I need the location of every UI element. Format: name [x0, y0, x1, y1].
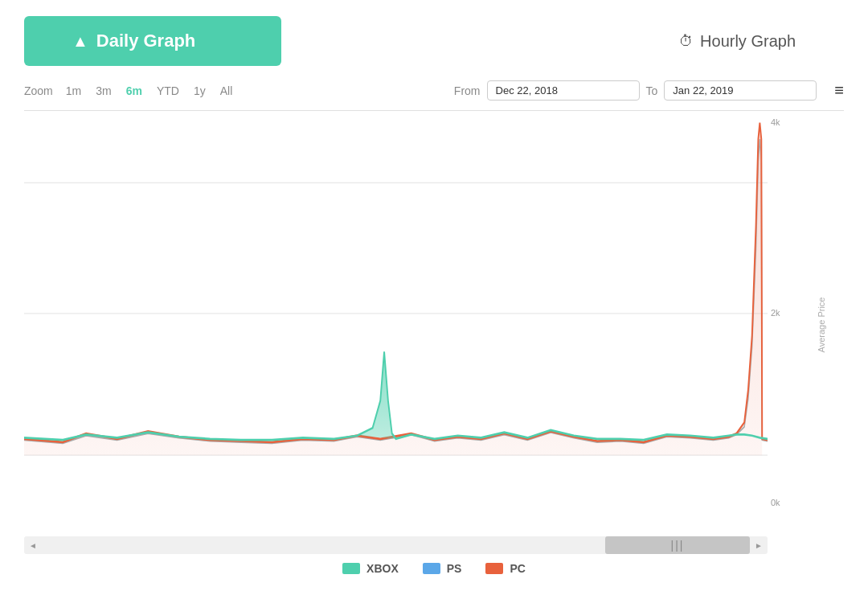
- zoom-1m-button[interactable]: 1m: [61, 83, 86, 99]
- scrollbar-track[interactable]: |||: [42, 536, 750, 554]
- zoom-all-button[interactable]: All: [215, 83, 238, 99]
- zoom-6m-button[interactable]: 6m: [121, 83, 147, 99]
- y-label-0k: 0k: [771, 498, 780, 507]
- zoom-3m-button[interactable]: 3m: [91, 83, 116, 99]
- zoom-ytd-button[interactable]: YTD: [152, 83, 184, 99]
- pc-area-fill: [24, 123, 768, 455]
- xbox-line: [24, 351, 768, 440]
- legend-pc-color: [485, 563, 503, 574]
- to-date-input[interactable]: [664, 80, 817, 101]
- chart-container: 24. Dec 31. Dec 7. Jan 14. Jan 21. Jan 4…: [24, 117, 844, 531]
- y-axis-title: Average Price: [817, 297, 826, 352]
- legend-xbox-label: XBOX: [366, 562, 399, 575]
- pc-line: [24, 123, 768, 442]
- scroll-right-button[interactable]: ►: [750, 536, 768, 554]
- to-label: To: [646, 84, 658, 97]
- scrollbar-row: ◄ ||| ►: [24, 536, 768, 554]
- hourly-graph-label: Hourly Graph: [700, 32, 796, 51]
- clock-icon: ⏱: [679, 33, 694, 50]
- legend-row: XBOX PS PC: [24, 562, 844, 575]
- header-row: ▲ Daily Graph ⏱ Hourly Graph: [24, 16, 844, 66]
- zoom-label: Zoom: [24, 84, 53, 97]
- chart-icon: ▲: [72, 32, 88, 51]
- legend-ps-color: [423, 563, 440, 574]
- hourly-graph-button[interactable]: ⏱ Hourly Graph: [679, 32, 796, 51]
- ps-line: [24, 139, 768, 443]
- zoom-1y-button[interactable]: 1y: [189, 83, 211, 99]
- daily-graph-button[interactable]: ▲ Daily Graph: [24, 16, 281, 66]
- chart-svg: [24, 117, 768, 531]
- scrollbar-thumb-dots: |||: [671, 539, 685, 552]
- legend-pc-label: PC: [510, 562, 525, 575]
- y-label-4k: 4k: [771, 117, 780, 127]
- controls-row: Zoom 1m 3m 6m YTD 1y All From To ≡: [24, 80, 844, 111]
- legend-pc: PC: [485, 562, 525, 575]
- date-range: From To ≡: [454, 80, 844, 101]
- scroll-left-button[interactable]: ◄: [24, 536, 42, 554]
- legend-xbox-color: [342, 563, 360, 574]
- scrollbar-thumb[interactable]: |||: [605, 536, 750, 554]
- legend-ps-label: PS: [447, 562, 462, 575]
- legend-ps: PS: [423, 562, 462, 575]
- from-label: From: [454, 84, 481, 97]
- from-date-input[interactable]: [487, 80, 640, 101]
- xbox-spike-fill: [357, 351, 395, 438]
- menu-button[interactable]: ≡: [834, 81, 844, 100]
- y-label-2k: 2k: [771, 308, 780, 318]
- legend-xbox: XBOX: [342, 562, 399, 575]
- chart-area: 24. Dec 31. Dec 7. Jan 14. Jan 21. Jan: [24, 117, 768, 531]
- daily-graph-label: Daily Graph: [96, 31, 195, 51]
